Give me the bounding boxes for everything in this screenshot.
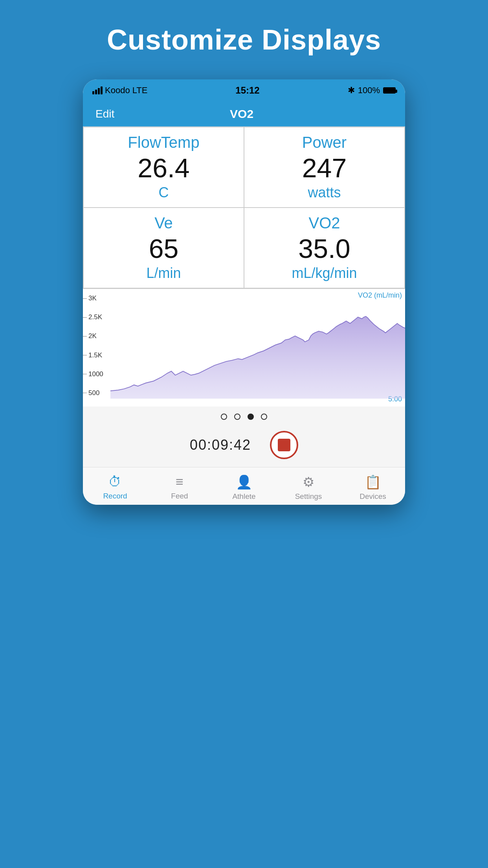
timer-display: 00:09:42 [190, 437, 251, 453]
tab-devices-label: Devices [360, 492, 386, 501]
athlete-icon: 👤 [236, 474, 252, 490]
tab-record[interactable]: ⏱ Record [83, 467, 147, 505]
cell-vo2[interactable]: VO2 35.0 mL/kg/min [244, 208, 405, 288]
time-display: 15:12 [235, 85, 259, 96]
tab-athlete[interactable]: 👤 Athlete [212, 467, 276, 505]
cell-ve-value: 65 [149, 235, 179, 262]
cell-power-unit: watts [308, 184, 341, 201]
page-dots [83, 406, 405, 424]
tab-settings-label: Settings [295, 492, 322, 501]
y-tick-line [83, 393, 87, 393]
data-grid: FlowTemp 26.4 C Power 247 watts Ve 65 L/… [83, 127, 405, 289]
tab-athlete-label: Athlete [232, 492, 255, 501]
tab-bar: ⏱ Record ≡ Feed 👤 Athlete ⚙ Settings 📋 D… [83, 467, 405, 505]
stop-button[interactable] [270, 431, 298, 459]
tab-settings[interactable]: ⚙ Settings [276, 467, 341, 505]
battery-icon [383, 87, 396, 94]
cell-vo2-value: 35.0 [298, 235, 350, 262]
edit-button[interactable]: Edit [95, 108, 114, 120]
y-tick-1k: 1000 [83, 370, 110, 378]
battery-label: 100% [358, 85, 380, 96]
y-tick-3k: 3K [83, 294, 110, 302]
cell-flowtemp-value: 26.4 [138, 154, 189, 181]
bluetooth-icon: ✱ [348, 85, 355, 96]
tab-feed[interactable]: ≡ Feed [147, 467, 212, 505]
cell-flowtemp-label: FlowTemp [128, 134, 199, 151]
y-tick-1-5k: 1.5K [83, 351, 110, 359]
tab-feed-label: Feed [171, 492, 188, 500]
y-tick-line [83, 298, 87, 299]
devices-icon: 📋 [365, 474, 381, 490]
tab-devices[interactable]: 📋 Devices [341, 467, 405, 505]
tab-record-label: Record [103, 492, 127, 500]
cell-flowtemp[interactable]: FlowTemp 26.4 C [83, 127, 244, 208]
chart-y-axis: 3K 2.5K 2K 1.5K 1000 500 [83, 289, 110, 406]
status-left: Koodo LTE [92, 85, 147, 96]
y-tick-line [83, 317, 87, 318]
record-icon: ⏱ [108, 474, 122, 489]
carrier-label: Koodo [105, 85, 130, 96]
cell-power-label: Power [302, 134, 347, 151]
nav-title: VO2 [230, 107, 253, 121]
cell-ve-label: Ve [154, 214, 173, 232]
network-label: LTE [132, 85, 148, 96]
stop-icon [278, 439, 290, 451]
y-tick-line [83, 374, 87, 374]
page-title: Customize Displays [107, 24, 381, 56]
phone-frame: Koodo LTE 15:12 ✱ 100% Edit VO2 FlowTemp… [83, 79, 405, 505]
status-right: ✱ 100% [348, 85, 396, 96]
cell-flowtemp-unit: C [159, 184, 169, 201]
dot-2[interactable] [248, 414, 254, 420]
cell-vo2-unit: mL/kg/min [292, 265, 357, 281]
cell-vo2-label: VO2 [308, 214, 340, 232]
dot-1[interactable] [234, 414, 240, 420]
dot-0[interactable] [221, 414, 227, 420]
signal-bars-icon [92, 86, 103, 94]
y-tick-500: 500 [83, 389, 110, 397]
timer-row: 00:09:42 [83, 424, 405, 467]
feed-icon: ≡ [176, 474, 183, 489]
y-tick-line [83, 355, 87, 355]
y-tick-line [83, 336, 87, 337]
settings-icon: ⚙ [303, 474, 314, 490]
nav-bar: Edit VO2 [83, 101, 405, 127]
y-tick-2k: 2K [83, 332, 110, 340]
cell-ve-unit: L/min [146, 265, 181, 281]
status-bar: Koodo LTE 15:12 ✱ 100% [83, 79, 405, 101]
cell-power-value: 247 [302, 154, 347, 181]
y-tick-2-5k: 2.5K [83, 313, 110, 321]
dot-3[interactable] [261, 414, 267, 420]
chart-svg-area [110, 289, 405, 406]
cell-ve[interactable]: Ve 65 L/min [83, 208, 244, 288]
vo2-chart: VO2 (mL/min) 5:00 3K 2.5K 2K 1.5K 1000 [83, 289, 405, 406]
cell-power[interactable]: Power 247 watts [244, 127, 405, 208]
